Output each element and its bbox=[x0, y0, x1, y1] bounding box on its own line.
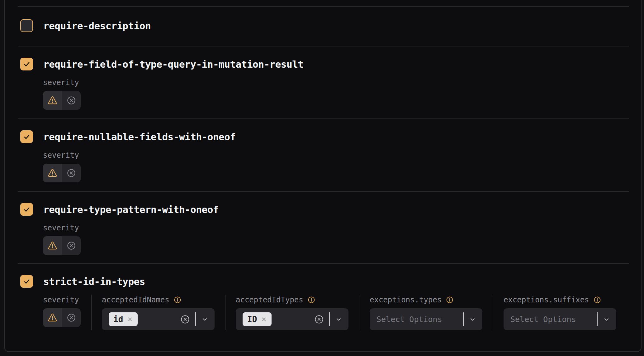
select-separator bbox=[463, 312, 464, 326]
config-column-exceptions.suffixes: exceptions.suffixes Select Options bbox=[493, 295, 627, 330]
circle-x-icon bbox=[67, 168, 76, 178]
severity-option-warn[interactable] bbox=[43, 308, 62, 327]
rule-row-require-type-pattern-with-oneof: require-type-pattern-with-oneof severity bbox=[18, 191, 629, 263]
severity-segmented-control-require-nullable-fields-with-oneof[interactable] bbox=[43, 164, 81, 182]
rule-row-require-nullable-fields-with-oneof: require-nullable-fields-with-oneof sever… bbox=[18, 118, 629, 191]
rule-title: require-field-of-type-query-in-mutation-… bbox=[43, 59, 304, 70]
severity-label: severity bbox=[43, 296, 79, 304]
clear-circle-x-icon[interactable] bbox=[180, 315, 190, 324]
select-separator bbox=[195, 312, 196, 326]
warning-triangle-icon bbox=[48, 313, 57, 322]
warning-triangle-icon bbox=[48, 169, 57, 178]
rule-checkbox-require-nullable-fields-with-oneof[interactable] bbox=[20, 130, 33, 143]
config-column-acceptedIdTypes: acceptedIdTypes ID bbox=[225, 295, 359, 330]
rule-checkbox-require-description[interactable] bbox=[20, 19, 33, 32]
severity-option-off[interactable] bbox=[62, 308, 81, 327]
rule-checkbox-require-field-of-type-query-in-mutation-result[interactable] bbox=[20, 58, 33, 70]
field-label: exceptions.types bbox=[370, 296, 442, 304]
severity-option-warn[interactable] bbox=[43, 164, 62, 182]
severity-label: severity bbox=[43, 224, 79, 232]
severity-option-warn[interactable] bbox=[43, 91, 62, 110]
severity-option-warn[interactable] bbox=[43, 236, 62, 255]
severity-segmented-control-require-field-of-type-query-in-mutation-result[interactable] bbox=[43, 91, 81, 110]
info-icon[interactable] bbox=[174, 296, 181, 304]
selected-value-chip: ID bbox=[243, 312, 272, 326]
severity-label: severity bbox=[43, 151, 79, 160]
severity-option-off[interactable] bbox=[62, 91, 81, 110]
select-exceptions.suffixes[interactable]: Select Options bbox=[504, 308, 616, 330]
selected-value-chip: id bbox=[109, 312, 138, 326]
warning-triangle-icon bbox=[48, 241, 57, 250]
rule-checkbox-require-type-pattern-with-oneof[interactable] bbox=[20, 203, 33, 216]
rule-title: strict-id-in-types bbox=[43, 276, 145, 287]
rules-list: require-description require-field-of-typ… bbox=[5, 0, 641, 351]
severity-label: severity bbox=[43, 78, 79, 87]
rules-panel: require-description require-field-of-typ… bbox=[4, 0, 642, 352]
select-separator bbox=[597, 312, 598, 326]
severity-segmented-control-require-type-pattern-with-oneof[interactable] bbox=[43, 236, 81, 255]
chevron-down-icon[interactable] bbox=[469, 316, 476, 323]
info-icon[interactable] bbox=[446, 296, 453, 304]
warning-triangle-icon bbox=[48, 96, 57, 105]
info-icon[interactable] bbox=[308, 296, 315, 304]
severity-option-off[interactable] bbox=[62, 164, 81, 182]
select-placeholder: Select Options bbox=[510, 315, 576, 324]
select-placeholder: Select Options bbox=[376, 315, 442, 324]
chip-label: id bbox=[113, 315, 123, 324]
info-icon[interactable] bbox=[594, 296, 601, 304]
rule-title: require-nullable-fields-with-oneof bbox=[43, 131, 236, 142]
rule-checkbox-strict-id-in-types[interactable] bbox=[20, 275, 33, 288]
chevron-down-icon[interactable] bbox=[201, 316, 208, 323]
row-spacer bbox=[18, 0, 629, 6]
field-label: exceptions.suffixes bbox=[504, 296, 589, 304]
circle-x-icon bbox=[67, 96, 76, 105]
config-column-severity: severity bbox=[43, 295, 91, 330]
rule-row-require-field-of-type-query-in-mutation-result: require-field-of-type-query-in-mutation-… bbox=[18, 46, 629, 118]
field-label: acceptedIdTypes bbox=[236, 296, 303, 304]
rule-row-require-description: require-description bbox=[18, 6, 629, 46]
config-column-exceptions.types: exceptions.types Select Options bbox=[359, 295, 493, 330]
select-exceptions.types[interactable]: Select Options bbox=[370, 308, 482, 330]
circle-x-icon bbox=[67, 241, 76, 250]
severity-segmented-control-strict-id-in-types[interactable] bbox=[43, 308, 81, 327]
multiselect-acceptedIdNames[interactable]: id bbox=[102, 308, 215, 330]
field-label: acceptedIdNames bbox=[102, 296, 169, 304]
chevron-down-icon[interactable] bbox=[335, 316, 342, 323]
rule-row-strict-id-in-types: strict-id-in-types severity acceptedIdNa… bbox=[18, 263, 629, 351]
chevron-down-icon[interactable] bbox=[603, 316, 610, 323]
chip-remove-icon[interactable] bbox=[261, 316, 267, 322]
clear-circle-x-icon[interactable] bbox=[314, 315, 324, 324]
rule-title: require-description bbox=[43, 20, 151, 31]
chip-remove-icon[interactable] bbox=[127, 316, 133, 322]
circle-x-icon bbox=[67, 313, 76, 322]
select-separator bbox=[329, 312, 330, 326]
severity-option-off[interactable] bbox=[62, 236, 81, 255]
rule-title: require-type-pattern-with-oneof bbox=[43, 204, 219, 215]
chip-label: ID bbox=[247, 315, 257, 324]
config-column-acceptedIdNames: acceptedIdNames id bbox=[91, 295, 225, 330]
multiselect-acceptedIdTypes[interactable]: ID bbox=[236, 308, 348, 330]
